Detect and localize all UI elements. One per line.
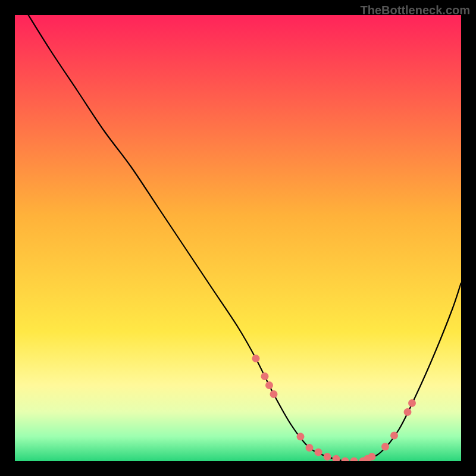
curve-marker [408, 399, 416, 407]
curve-marker [404, 408, 412, 416]
curve-marker [306, 444, 314, 452]
curve-marker [315, 449, 322, 456]
chart-plot-frame [15, 15, 461, 461]
curve-marker [368, 453, 376, 461]
watermark-text: TheBottleneck.com [361, 4, 470, 17]
curve-marker [265, 381, 273, 389]
curve-marker [390, 431, 398, 439]
curve-marker [297, 433, 305, 440]
curve-marker [252, 355, 260, 362]
curve-marker [324, 453, 331, 461]
curve-marker [270, 390, 278, 398]
curve-marker [381, 443, 389, 450]
bottleneck-curve-chart [15, 15, 461, 461]
curve-marker [261, 372, 269, 380]
gradient-background [15, 15, 461, 461]
